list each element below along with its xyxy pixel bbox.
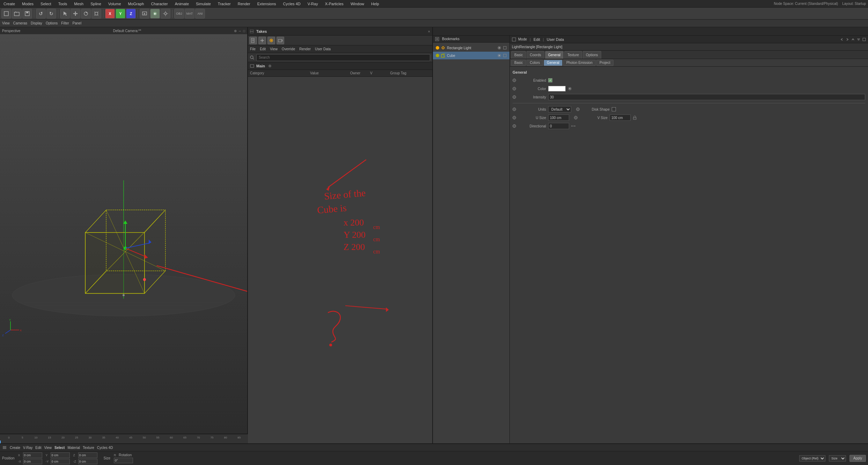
tool-y-btn[interactable]: Y: [116, 9, 125, 19]
menu-create[interactable]: Create: [2, 1, 16, 7]
search-input-wrap[interactable]: [256, 54, 430, 61]
takes-edit-menu[interactable]: Edit: [260, 47, 266, 51]
menu-spline[interactable]: Spline: [89, 1, 103, 7]
takes-override-menu[interactable]: Override: [282, 47, 295, 51]
menu-modes[interactable]: Modes: [21, 1, 35, 7]
props-nav-fwd[interactable]: [846, 38, 849, 41]
intensity-radio[interactable]: [513, 95, 516, 99]
usize-radio[interactable]: [513, 116, 516, 119]
viewport-icon-2[interactable]: ↔: [238, 29, 242, 33]
menu-volume[interactable]: Volume: [107, 1, 123, 7]
bottom-texture-menu[interactable]: Texture: [83, 446, 94, 450]
subtab-colors[interactable]: Colors: [527, 60, 543, 66]
tab-general[interactable]: General: [545, 51, 564, 59]
size-z-input[interactable]: [78, 459, 97, 464]
menu-character[interactable]: Character: [149, 1, 169, 7]
directional-radio[interactable]: [513, 124, 516, 128]
size-x-input[interactable]: [23, 459, 42, 464]
render-btn[interactable]: [150, 9, 160, 19]
render-icon-2[interactable]: [503, 54, 507, 57]
visibility-icon-2[interactable]: [498, 54, 501, 57]
menu-cycles4d[interactable]: Cycles 4D: [282, 1, 302, 7]
scale-btn[interactable]: [91, 9, 101, 19]
menu-select[interactable]: Select: [39, 1, 53, 7]
takes-light-btn[interactable]: [267, 37, 275, 44]
enabled-checkbox[interactable]: ✓: [548, 78, 552, 82]
tab-coords[interactable]: Coords: [527, 51, 544, 59]
viewport-icon-3[interactable]: □: [243, 29, 245, 33]
apply-button[interactable]: Apply: [849, 455, 866, 462]
save-btn[interactable]: [22, 9, 32, 19]
takes-file-btn[interactable]: [249, 37, 257, 44]
anim-btn[interactable]: ANI: [195, 9, 205, 19]
menu-tools[interactable]: Tools: [57, 1, 69, 7]
mode-dropdown[interactable]: Object (Rel) World Local: [799, 455, 825, 462]
om-item-rectangle-light[interactable]: Rectangle Light: [433, 44, 509, 52]
takes-add-btn[interactable]: [258, 37, 266, 44]
undo-btn[interactable]: ↺: [36, 9, 46, 19]
takes-file-menu[interactable]: File: [250, 47, 256, 51]
vsize-input[interactable]: [610, 115, 631, 121]
viewport-canvas[interactable]: X Y Z: [0, 34, 247, 459]
display-menu[interactable]: Display: [31, 21, 42, 25]
bottom-cycles-menu[interactable]: Cycles 4D: [97, 446, 113, 450]
tool-x-btn[interactable]: X: [105, 9, 115, 19]
render-settings-btn[interactable]: [161, 9, 170, 19]
menu-help[interactable]: Help: [370, 1, 381, 7]
bottom-hamburger-icon[interactable]: [2, 445, 7, 450]
size-lock-icon[interactable]: [633, 116, 637, 120]
bottom-vray-menu[interactable]: V-Ray: [23, 446, 32, 450]
open-btn[interactable]: [12, 9, 22, 19]
takes-view-menu[interactable]: View: [270, 47, 278, 51]
units-radio[interactable]: [513, 108, 516, 111]
size-y-input[interactable]: [51, 459, 70, 464]
directional-input[interactable]: [548, 123, 569, 129]
menu-tracker[interactable]: Tracker: [216, 1, 232, 7]
disk-shape-radio[interactable]: [576, 108, 580, 111]
usize-input[interactable]: [548, 115, 569, 121]
rotate-btn[interactable]: [81, 9, 91, 19]
mat-btn[interactable]: MAT: [185, 9, 194, 19]
menu-vray[interactable]: V-Ray: [306, 1, 319, 7]
menu-animate[interactable]: Animate: [174, 1, 190, 7]
rot-x-input[interactable]: [114, 458, 133, 463]
props-edit-label[interactable]: Edit: [534, 37, 540, 42]
props-filter-icon[interactable]: [857, 38, 860, 41]
color-swatch[interactable]: [548, 86, 566, 91]
om-item-cube[interactable]: Cube: [433, 52, 509, 59]
subtab-general[interactable]: General: [544, 60, 562, 66]
bottom-select-menu[interactable]: Select: [54, 446, 65, 450]
menu-extensions[interactable]: Extensions: [256, 1, 278, 7]
filter-menu[interactable]: Filter: [61, 21, 69, 25]
tab-texture[interactable]: Texture: [564, 51, 582, 59]
render-view-btn[interactable]: [140, 9, 149, 19]
menu-xparticles[interactable]: X-Particles: [324, 1, 345, 7]
bottom-material-menu[interactable]: Material: [67, 446, 80, 450]
takes-render-menu[interactable]: Render: [299, 47, 311, 51]
subtab-basic[interactable]: Basic: [511, 60, 526, 66]
takes-userdata-menu[interactable]: User Data: [315, 47, 331, 51]
visibility-icon-1[interactable]: [498, 46, 501, 50]
redo-btn[interactable]: ↻: [46, 9, 56, 19]
bottom-edit-menu[interactable]: Edit: [35, 446, 41, 450]
bottom-create-menu[interactable]: Create: [10, 446, 20, 450]
props-maximize-icon[interactable]: [862, 38, 866, 41]
enabled-radio[interactable]: [513, 79, 516, 82]
props-nav-up[interactable]: [851, 38, 855, 41]
vsize-radio[interactable]: [574, 116, 578, 119]
cameras-menu[interactable]: Cameras: [13, 21, 28, 25]
pos-x-input[interactable]: [23, 452, 42, 458]
render-icon-1[interactable]: [503, 46, 507, 50]
color-picker-icon[interactable]: [568, 87, 572, 91]
takes-cam-btn[interactable]: [277, 37, 284, 44]
props-userdata-label[interactable]: User Data: [547, 37, 564, 42]
props-mode-label[interactable]: Mode: [518, 37, 527, 41]
intensity-input[interactable]: [548, 94, 865, 100]
viewport-icon-1[interactable]: ⊕: [234, 29, 237, 33]
subtab-photon[interactable]: Photon Emission: [563, 60, 596, 66]
menu-window[interactable]: Window: [349, 1, 366, 7]
options-menu[interactable]: Options: [46, 21, 58, 25]
pos-y-input[interactable]: [51, 452, 70, 458]
new-btn[interactable]: [1, 9, 11, 19]
obj-btn[interactable]: OBJ: [174, 9, 184, 19]
